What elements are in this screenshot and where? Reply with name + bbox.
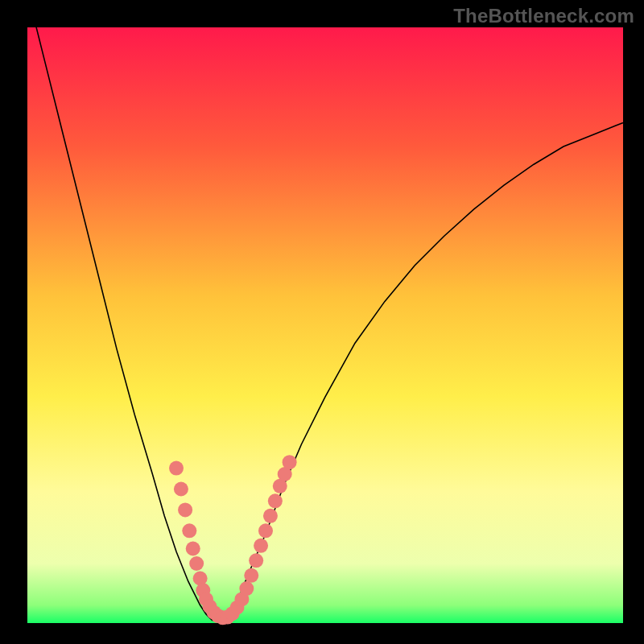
plot-area bbox=[27, 27, 623, 623]
marker-dot bbox=[254, 539, 268, 553]
bottleneck-curve bbox=[27, 0, 623, 622]
marker-dot bbox=[169, 461, 184, 476]
marker-dot bbox=[283, 455, 297, 469]
marker-dot bbox=[178, 502, 192, 517]
marker-dot bbox=[189, 556, 204, 571]
marker-dot bbox=[263, 509, 278, 523]
marker-dot bbox=[186, 542, 200, 556]
watermark-text: TheBottleneck.com bbox=[453, 5, 634, 27]
chart-frame: TheBottleneck.com bbox=[0, 0, 644, 644]
marker-dot bbox=[249, 553, 263, 568]
marker-dot bbox=[258, 523, 273, 538]
marker-dot bbox=[182, 523, 196, 538]
marker-dot bbox=[239, 581, 254, 596]
marker-cluster bbox=[169, 455, 297, 625]
marker-dot bbox=[174, 482, 188, 497]
marker-dot bbox=[244, 568, 258, 583]
marker-dot bbox=[268, 493, 283, 508]
chart-svg bbox=[27, 27, 623, 623]
